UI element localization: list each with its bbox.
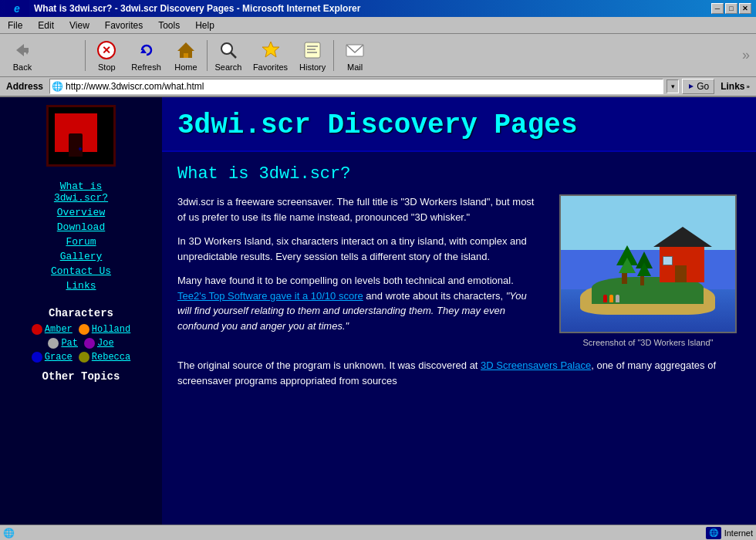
logo-door (69, 133, 83, 157)
history-button[interactable]: History (293, 36, 332, 75)
screenshot-box: Screenshot of "3D Workers Island" (555, 194, 741, 347)
screenshot-caption: Screenshot of "3D Workers Island" (582, 338, 713, 347)
sidebar-link-links[interactable]: Links (66, 280, 96, 292)
menu-help[interactable]: Help (192, 19, 218, 32)
close-button[interactable]: ✕ (739, 3, 751, 14)
menu-bar: File Edit View Favorites Tools Help (0, 17, 756, 34)
paragraph-2: In 3D Workers Island, six characters int… (177, 234, 543, 264)
toolbar-separator-1 (85, 40, 86, 71)
pat-avatar (48, 338, 59, 349)
history-label: History (299, 62, 326, 72)
address-dropdown[interactable]: ▾ (667, 79, 679, 93)
page-icon: 🌐 (52, 81, 63, 92)
other-topics-title: Other Topics (42, 370, 120, 383)
home-button[interactable]: Home (167, 36, 205, 75)
char-row-3: Grace Rebecca (32, 352, 130, 363)
back-button[interactable]: ▾ Back (3, 36, 42, 75)
amber-avatar (32, 324, 42, 335)
tree2 (636, 251, 653, 285)
sidebar-link-download[interactable]: Download (57, 221, 105, 233)
characters-section-title: Characters (49, 307, 113, 319)
content-layout: 3dwi.scr is a freeware screensaver. The … (177, 194, 741, 347)
char-rebecca[interactable]: Rebecca (79, 352, 130, 363)
favorites-icon (260, 39, 282, 61)
char-joe[interactable]: Joe (84, 338, 114, 349)
tree1 (616, 245, 638, 284)
sidebar-link-gallery[interactable]: Gallery (60, 251, 103, 262)
svg-text:▾: ▾ (25, 49, 29, 56)
go-label: Go (697, 81, 709, 92)
mail-label: Mail (347, 62, 363, 72)
joe-avatar (84, 338, 95, 349)
sidebar-link-contact[interactable]: Contact Us (51, 265, 111, 277)
rebecca-avatar (79, 352, 89, 363)
address-label: Address (3, 81, 46, 92)
svg-line-9 (231, 52, 236, 58)
menu-edit[interactable]: Edit (35, 19, 57, 32)
content-body: What is 3dwi.scr? 3dwi.scr is a freeware… (162, 152, 756, 410)
stop-icon: ✕ (96, 39, 117, 61)
toolbar-separator-2 (207, 40, 208, 71)
svg-rect-11 (305, 42, 320, 58)
menu-tools[interactable]: Tools (155, 19, 183, 32)
status-globe: 🌐 (706, 527, 721, 539)
stop-label: Stop (98, 62, 116, 72)
stop-button[interactable]: ✕ Stop (87, 36, 126, 75)
refresh-label: Refresh (131, 62, 161, 72)
holland-avatar (79, 324, 89, 335)
forward-icon (52, 39, 73, 61)
sidebar-link-what[interactable]: What is 3dwi.scr? (54, 181, 108, 204)
char-pat[interactable]: Pat (48, 338, 78, 349)
address-input[interactable] (66, 81, 661, 92)
search-label: Search (214, 62, 241, 72)
char-holland[interactable]: Holland (79, 324, 130, 335)
svg-point-8 (221, 43, 232, 54)
char-grace[interactable]: Grace (32, 352, 73, 363)
paragraph-1: 3dwi.scr is a freeware screensaver. The … (177, 194, 543, 224)
favorites-button[interactable]: Favorites (248, 36, 293, 75)
toolbar-separator-3 (333, 40, 334, 71)
address-input-wrap: 🌐 (49, 79, 663, 94)
search-button[interactable]: Search (209, 36, 248, 75)
char-amber[interactable]: Amber (32, 324, 73, 335)
links-button[interactable]: Links » (717, 81, 753, 92)
toolbar: ▾ Back Forward ✕ Stop Refresh Home Searc… (0, 34, 756, 77)
house-window (663, 256, 673, 265)
refresh-icon (136, 39, 157, 61)
links-chevron-icon: » (747, 83, 750, 90)
forward-label: Forward (47, 62, 78, 72)
minimize-button[interactable]: ─ (711, 3, 724, 14)
go-button[interactable]: Go (682, 79, 714, 94)
sidebar-logo (46, 105, 116, 167)
content-area[interactable]: 3dwi.scr Discovery Pages What is 3dwi.sc… (162, 97, 756, 525)
sidebar-link-overview[interactable]: Overview (57, 207, 105, 218)
history-icon (302, 39, 323, 61)
paragraph-3: Many have found it to be compelling on l… (177, 273, 543, 333)
forward-button[interactable]: Forward (42, 36, 83, 75)
characters (603, 295, 619, 302)
menu-view[interactable]: View (66, 19, 93, 32)
char-row-1: Amber Holland (32, 324, 130, 335)
refresh-button[interactable]: Refresh (126, 36, 167, 75)
characters-grid: Amber Holland Pat Joe (0, 324, 162, 363)
text-block: 3dwi.scr is a freeware screensaver. The … (177, 194, 543, 347)
toolbar-expand[interactable]: » (742, 47, 753, 63)
maximize-button[interactable]: □ (725, 3, 737, 14)
tee2-link[interactable]: Tee2's Top Software gave it a 10/10 scor… (177, 290, 363, 302)
svg-rect-7 (184, 53, 188, 58)
screensavers-palace-link[interactable]: 3D Screensavers Palace (481, 359, 591, 371)
mail-icon (344, 39, 366, 61)
grace-avatar (32, 352, 42, 363)
home-icon (175, 39, 197, 61)
house-door (675, 265, 687, 282)
svg-marker-2 (56, 44, 69, 56)
sidebar-nav: What is 3dwi.scr? Overview Download Foru… (0, 181, 162, 292)
menu-file[interactable]: File (5, 19, 25, 32)
ie-app-icon: e (5, 0, 29, 17)
sidebar-link-forum[interactable]: Forum (66, 236, 96, 248)
status-bar: 🌐 🌐 Internet (0, 525, 756, 540)
menu-favorites[interactable]: Favorites (102, 19, 146, 32)
sidebar: What is 3dwi.scr? Overview Download Foru… (0, 97, 162, 525)
mail-button[interactable]: Mail (336, 36, 374, 75)
search-icon (218, 39, 239, 61)
